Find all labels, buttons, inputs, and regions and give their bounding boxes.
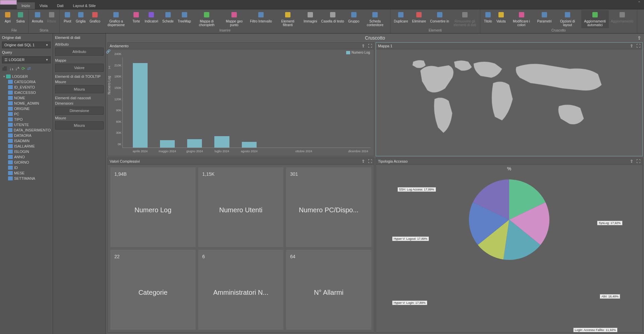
tab-inizio[interactable]: Inizio — [17, 2, 35, 9]
grafico-button[interactable]: Grafico — [88, 10, 102, 28]
export-icon[interactable]: ⇪ — [362, 159, 365, 164]
titolo-button[interactable]: Titolo — [482, 10, 494, 28]
annulla-button[interactable]: Annulla — [30, 10, 45, 28]
bar[interactable] — [242, 142, 257, 148]
eliminare-button[interactable]: Eliminare — [410, 10, 428, 28]
group-icon[interactable]: ⬛ — [2, 66, 7, 71]
field-utente[interactable]: UTENTE — [8, 122, 51, 127]
maximize-icon[interactable]: ⛶ — [368, 159, 372, 164]
sort-asc-icon[interactable]: ↓₁ — [9, 66, 13, 71]
field-settimana[interactable]: SETTIMANA — [8, 176, 51, 181]
maximize-icon[interactable]: ⛶ — [636, 159, 640, 164]
filtro-intervallo-button[interactable]: Filtro Intervallo — [248, 10, 274, 28]
field-mese[interactable]: MESE — [8, 170, 51, 176]
schede-button[interactable]: Schede — [160, 10, 176, 28]
card[interactable]: 1,94BNumero Log — [110, 167, 196, 247]
field-nome_admin[interactable]: NOME_ADMIN — [8, 101, 51, 106]
field-idaccesso[interactable]: IDACCESSO — [8, 90, 51, 95]
collapse-icon[interactable]: ▾ — [2, 75, 6, 78]
sort-desc-icon[interactable]: ↓ᴬ — [15, 66, 20, 71]
widget-valori[interactable]: Valori Complessivi ⇪ ⛶ 1,94BNumero Log1,… — [107, 158, 374, 333]
mappa-choropleth-button[interactable]: Mappa di choropleth — [193, 10, 220, 28]
field-isadmin[interactable]: ISADMIN — [8, 138, 51, 144]
field-islogin[interactable]: ISLOGIN — [8, 149, 51, 154]
convertire-in-button[interactable]: Convertire in — [428, 10, 451, 28]
widget-andamento[interactable]: Andamento ⇪ ⛶ Numero Log Numero Log 0K30… — [107, 42, 374, 156]
field-origine[interactable]: ORIGINE — [8, 106, 51, 111]
query-dropdown[interactable]: ☰ LOGGER▼ — [2, 56, 51, 63]
maximize-icon[interactable]: ⛶ — [636, 44, 640, 48]
field-nome[interactable]: NOME — [8, 95, 51, 101]
data-items-panel: Elementi di dati AttributoAttributo🔗Mapp… — [53, 34, 106, 334]
drop-target-misura[interactable]: Misura — [55, 121, 104, 129]
aggiornamenti-automatici-button[interactable]: Aggiornamenti automatici — [581, 10, 609, 28]
field-isallarme[interactable]: ISALLARME — [8, 144, 51, 149]
field-categoria[interactable]: CATEGORIA — [8, 79, 51, 85]
duplicare-button[interactable]: Duplicare — [392, 10, 410, 28]
export-icon[interactable]: ⇪ — [362, 44, 365, 48]
card[interactable]: 64N° Allarmi — [286, 250, 371, 330]
swap-icon[interactable]: ⇄ — [27, 66, 31, 71]
tab-vista[interactable]: Vista — [35, 2, 52, 9]
salva-button[interactable]: Salva — [14, 10, 27, 28]
table-icon — [6, 74, 11, 78]
tab-layout-stile[interactable]: Layout & Stile — [68, 2, 101, 9]
gruppo-button[interactable]: Gruppo — [346, 10, 361, 28]
tab-dati[interactable]: Dati — [52, 2, 68, 9]
world-map[interactable] — [376, 49, 642, 156]
card[interactable]: 22Categorie — [110, 250, 196, 330]
valuta-button[interactable]: Valuta — [494, 10, 508, 28]
export-icon[interactable]: ⇪ — [630, 44, 633, 48]
y-tick: 150K — [114, 86, 123, 90]
pivot-button[interactable]: Pivot — [61, 10, 74, 28]
origine-dati-dropdown[interactable]: Origine dati SQL 1▼ — [2, 42, 51, 48]
card[interactable]: 6Amministratori N... — [198, 250, 283, 330]
torte-button[interactable]: Torte — [130, 10, 143, 28]
widget-mappa[interactable]: Mappa 1 ⇪ ⛶ — [376, 42, 643, 156]
card[interactable]: 301Numero PC/Dispo... — [286, 167, 371, 247]
pie-svg — [459, 173, 559, 267]
export-icon[interactable]: ⇪ — [630, 159, 633, 164]
field-id[interactable]: ID — [8, 165, 51, 170]
drop-target-dimensione[interactable]: Dimensione — [55, 107, 104, 115]
svg-rect-23 — [462, 12, 468, 17]
parametri-button[interactable]: Parametri — [535, 10, 554, 28]
maximize-icon[interactable]: ⛶ — [368, 44, 372, 48]
field-giorno[interactable]: GIORNO — [8, 160, 51, 165]
tree-root-logger[interactable]: ▾ LOGGER — [2, 74, 51, 79]
mappe-geo-punto-button[interactable]: Mappe geo punto — [220, 10, 248, 28]
refresh-icon[interactable]: ⟳ — [21, 66, 25, 71]
dashboard-header: Cruscotto ⇪ — [106, 34, 644, 42]
modificare-colori-button[interactable]: Modificare i colori — [508, 10, 535, 28]
field-dataora[interactable]: DATAORA — [8, 133, 51, 138]
grafico-dispersione-button[interactable]: Grafico a dispersione — [102, 10, 130, 28]
widget-tipologia[interactable]: Tipologia Accesso ⇪ ⛶ % SSH: Log Access:… — [376, 158, 643, 333]
indicatori-button[interactable]: Indicatori — [143, 10, 160, 28]
export-icon[interactable]: ⇪ — [637, 35, 641, 41]
bar[interactable] — [187, 139, 202, 148]
mappa-choropleth-icon — [203, 11, 211, 19]
field-anno[interactable]: ANNO — [8, 154, 51, 160]
field-tipo[interactable]: TIPO — [8, 117, 51, 122]
drop-target-valore[interactable]: ValoreΣ — [55, 64, 104, 72]
opzioni-layout-button[interactable]: Opzioni di layout — [554, 10, 581, 28]
section-label: Elementi di dati di TOOLTIP — [55, 74, 104, 78]
elementi-filtranti-button[interactable]: Elementi filtranti — [274, 10, 302, 28]
griglia-button[interactable]: Griglia — [74, 10, 88, 28]
immagini-button[interactable]: Immagini — [302, 10, 319, 28]
treemap-button[interactable]: TreeMap — [176, 10, 193, 28]
y-tick: 180K — [114, 75, 123, 78]
drop-target-attributo[interactable]: Attributo🔗 — [55, 48, 104, 56]
casella-testo-button[interactable]: Casella di testo — [319, 10, 346, 28]
bar[interactable] — [214, 136, 229, 148]
bar[interactable] — [133, 63, 148, 148]
field-data_inserimento[interactable]: DATA_INSERIMENTO — [8, 127, 51, 133]
field-pc[interactable]: PC — [8, 111, 51, 117]
ribbon-expand-icon[interactable]: ⌃ — [638, 1, 641, 5]
apri-button[interactable]: Apri — [1, 10, 14, 28]
scheda-contenitore-button[interactable]: Scheda contenitore — [361, 10, 389, 28]
bar[interactable] — [160, 140, 175, 148]
card[interactable]: 1,15KNumero Utenti — [198, 167, 283, 247]
drop-target-misura[interactable]: Misura — [55, 85, 104, 93]
field-id_evento[interactable]: ID_EVENTO — [8, 85, 51, 90]
